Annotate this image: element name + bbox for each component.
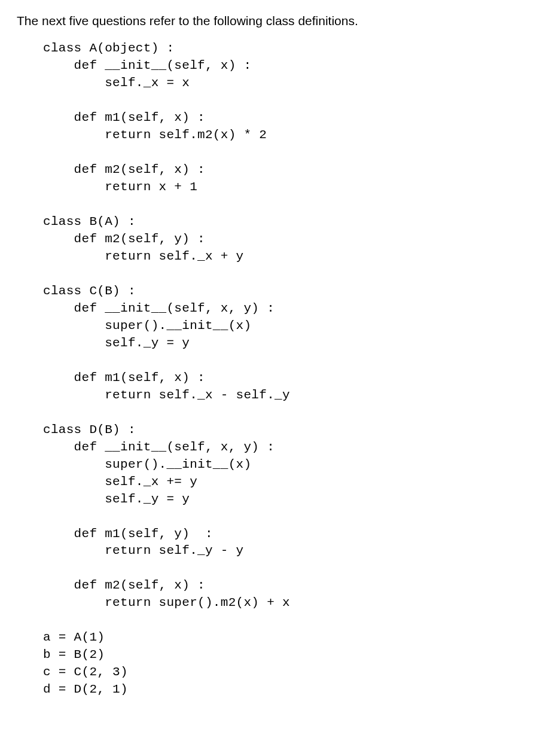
code-block: class A(object) : def __init__(self, x) … — [17, 40, 538, 699]
intro-text: The next five questions refer to the fol… — [17, 12, 538, 29]
